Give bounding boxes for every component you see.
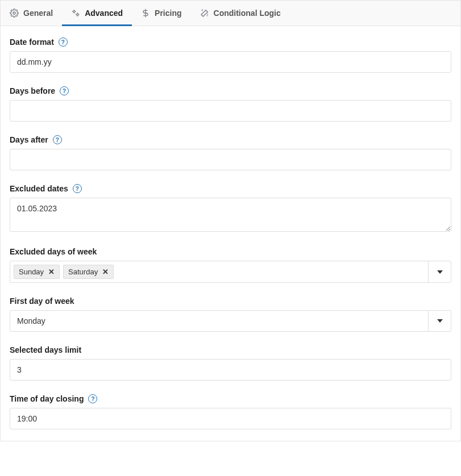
tab-label: Pricing	[155, 9, 181, 18]
date-format-input[interactable]	[10, 51, 451, 73]
field-selected-days-limit: Selected days limit	[10, 345, 451, 381]
select-value: Monday	[10, 311, 428, 331]
days-after-input[interactable]	[10, 149, 451, 170]
tabs-bar: General Advanced Pricing Conditional Log…	[1, 1, 460, 26]
field-label-text: Excluded days of week	[10, 247, 97, 256]
dropdown-toggle[interactable]	[428, 261, 451, 282]
selected-days-limit-input[interactable]	[10, 359, 451, 381]
days-before-input[interactable]	[10, 100, 451, 122]
field-date-format: Date format ?	[10, 37, 451, 73]
tag-sunday: Sunday ✕	[14, 265, 60, 279]
help-icon[interactable]: ?	[73, 184, 82, 193]
gear-icon	[10, 9, 19, 18]
chevron-down-icon	[437, 319, 443, 323]
svg-point-1	[73, 11, 75, 12]
multiselect-tags: Sunday ✕ Saturday ✕	[10, 261, 428, 282]
field-excluded-days-of-week: Excluded days of week Sunday ✕ Saturday …	[10, 247, 451, 283]
dollar-icon	[141, 9, 150, 18]
field-label-text: Days after	[10, 135, 48, 144]
field-label-text: Date format	[10, 37, 54, 47]
tab-conditional-logic[interactable]: Conditional Logic	[191, 1, 290, 26]
excluded-days-multiselect[interactable]: Sunday ✕ Saturday ✕	[10, 261, 451, 283]
close-icon[interactable]: ✕	[102, 268, 109, 275]
tag-label: Saturday	[68, 268, 98, 276]
field-label-text: Time of day closing	[10, 394, 84, 403]
help-icon[interactable]: ?	[53, 135, 62, 144]
field-label-text: Days before	[10, 86, 55, 95]
field-first-day-of-week: First day of week Monday	[10, 297, 451, 332]
tab-label: Advanced	[85, 9, 123, 18]
dropdown-toggle[interactable]	[428, 311, 451, 331]
close-icon[interactable]: ✕	[48, 268, 55, 275]
gears-icon	[71, 9, 80, 18]
svg-point-0	[13, 12, 15, 14]
excluded-dates-textarea[interactable]	[10, 198, 451, 232]
field-time-of-day-closing: Time of day closing ?	[10, 394, 451, 429]
tab-label: Conditional Logic	[214, 9, 281, 18]
time-of-day-closing-input[interactable]	[10, 408, 451, 429]
tag-saturday: Saturday ✕	[63, 265, 114, 279]
field-excluded-dates: Excluded dates ?	[10, 184, 451, 233]
tab-general[interactable]: General	[1, 1, 62, 26]
svg-point-2	[77, 14, 78, 15]
field-label-text: Selected days limit	[10, 345, 81, 354]
help-icon[interactable]: ?	[88, 394, 97, 403]
chevron-down-icon	[437, 270, 443, 274]
first-day-select[interactable]: Monday	[10, 310, 451, 332]
field-label-text: First day of week	[10, 297, 74, 306]
field-label-text: Excluded dates	[10, 184, 68, 193]
help-icon[interactable]: ?	[59, 37, 68, 47]
field-days-after: Days after ?	[10, 135, 451, 170]
tab-label: General	[23, 9, 53, 18]
field-days-before: Days before ?	[10, 86, 451, 122]
help-icon[interactable]: ?	[60, 86, 69, 95]
wand-icon	[200, 9, 209, 18]
tab-advanced[interactable]: Advanced	[62, 1, 132, 26]
tag-label: Sunday	[19, 268, 44, 276]
tab-pricing[interactable]: Pricing	[132, 1, 190, 26]
